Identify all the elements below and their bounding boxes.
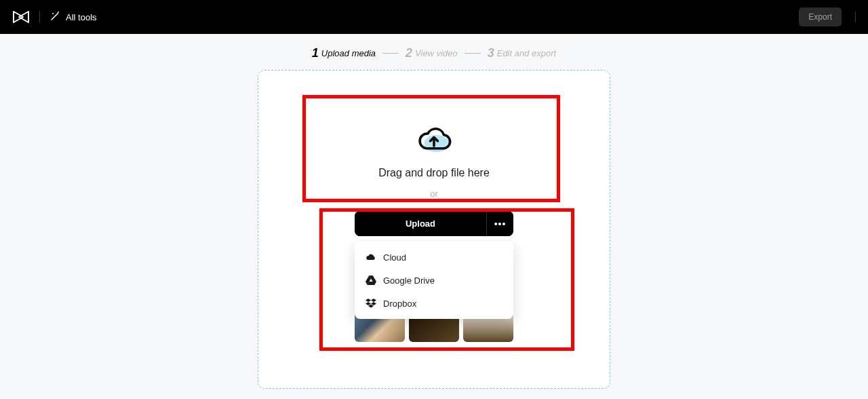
step-divider bbox=[465, 53, 481, 54]
app-logo-icon[interactable] bbox=[12, 10, 30, 24]
dropbox-icon bbox=[366, 298, 376, 309]
dropdown-item-cloud[interactable]: Cloud bbox=[355, 246, 513, 269]
app-header: All tools Export bbox=[0, 0, 868, 34]
dropdown-label: Dropbox bbox=[383, 299, 416, 309]
step-label: View video bbox=[415, 48, 458, 58]
cloud-upload-icon bbox=[414, 125, 454, 155]
divider bbox=[855, 12, 856, 22]
step-upload-media: 1 Upload media bbox=[312, 46, 376, 60]
svg-point-0 bbox=[57, 13, 58, 14]
drop-area: Drag and drop file here or Upload ••• Cl… bbox=[258, 125, 610, 342]
dropdown-label: Google Drive bbox=[383, 276, 435, 286]
step-number: 3 bbox=[488, 46, 494, 60]
header-right: Export bbox=[799, 7, 856, 26]
header-left: All tools bbox=[12, 10, 97, 24]
dropdown-item-google-drive[interactable]: Google Drive bbox=[355, 269, 513, 292]
export-button[interactable]: Export bbox=[799, 7, 842, 26]
step-label: Edit and export bbox=[497, 48, 556, 58]
dropdown-label: Cloud bbox=[383, 252, 406, 263]
cloud-icon bbox=[366, 252, 376, 263]
upload-button-group: Upload ••• bbox=[355, 211, 513, 236]
step-divider bbox=[382, 53, 399, 54]
wand-icon bbox=[50, 11, 60, 24]
all-tools-label: All tools bbox=[66, 12, 97, 22]
dropdown-item-dropbox[interactable]: Dropbox bbox=[355, 292, 513, 315]
or-text: or bbox=[258, 189, 610, 199]
step-view-video: 2 View video bbox=[406, 46, 458, 60]
step-number: 2 bbox=[406, 46, 412, 60]
step-label: Upload media bbox=[321, 48, 376, 58]
step-edit-export: 3 Edit and export bbox=[488, 46, 556, 60]
drop-text: Drag and drop file here bbox=[258, 167, 610, 179]
progress-steps: 1 Upload media 2 View video 3 Edit and e… bbox=[0, 34, 868, 70]
divider bbox=[39, 11, 40, 23]
step-number: 1 bbox=[312, 46, 319, 60]
google-drive-icon bbox=[366, 275, 376, 286]
all-tools-button[interactable]: All tools bbox=[50, 11, 97, 24]
upload-button[interactable]: Upload bbox=[355, 211, 486, 236]
upload-dropzone[interactable]: Drag and drop file here or Upload ••• Cl… bbox=[258, 70, 610, 389]
upload-source-dropdown: Cloud Google Drive Dropbox bbox=[355, 242, 513, 319]
upload-more-button[interactable]: ••• bbox=[486, 211, 513, 236]
